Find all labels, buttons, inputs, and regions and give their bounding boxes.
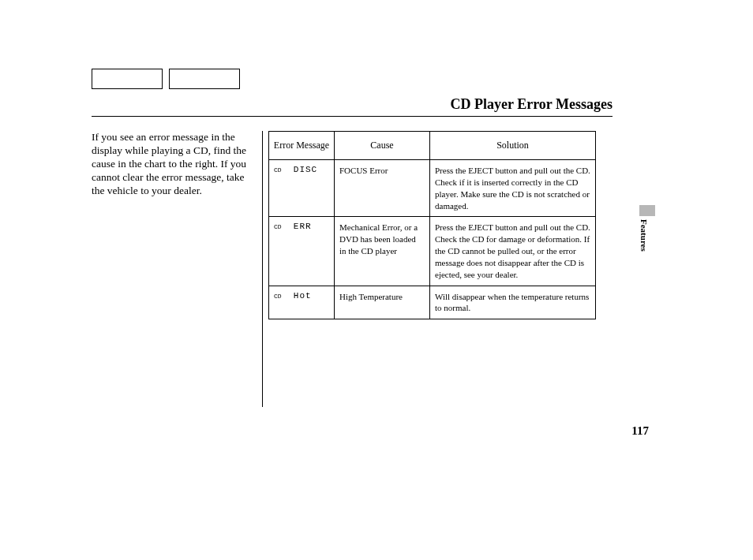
page-title: CD Player Error Messages <box>451 96 613 112</box>
header-box <box>92 69 163 89</box>
table-row: CD ERR Mechanical Error, or a DVD has be… <box>269 217 596 286</box>
page-number: 117 <box>631 424 649 438</box>
msg-code: DISC <box>294 165 317 174</box>
table-row: CD DISC FOCUS Error Press the EJECT butt… <box>269 160 596 217</box>
solution-cell: Press the EJECT button and pull out the … <box>430 217 596 286</box>
column-divider <box>262 131 263 407</box>
msg-prefix: CD <box>274 293 282 300</box>
title-row: CD Player Error Messages <box>92 96 613 117</box>
cause-cell: Mechanical Error, or a DVD has been load… <box>335 217 430 286</box>
cause-cell: FOCUS Error <box>335 160 430 217</box>
col-header-solution: Solution <box>430 132 596 160</box>
header-placeholder-boxes <box>92 69 240 89</box>
cause-cell: High Temperature <box>335 286 430 319</box>
solution-cell: Press the EJECT button and pull out the … <box>430 160 596 217</box>
intro-text: If you see an error message in the displ… <box>92 131 254 197</box>
header-box <box>169 69 240 89</box>
thumb-tab <box>639 205 655 216</box>
msg-code: ERR <box>294 222 312 231</box>
error-message-cell: CD DISC <box>269 160 335 217</box>
error-message-cell: CD ERR <box>269 217 335 286</box>
solution-cell: Will disappear when the temperature retu… <box>430 286 596 319</box>
msg-code: Hot <box>294 291 312 301</box>
col-header-cause: Cause <box>335 132 430 160</box>
error-messages-table: Error Message Cause Solution CD DISC FOC… <box>268 131 596 319</box>
section-label: Features <box>639 219 649 252</box>
col-header-message: Error Message <box>269 132 335 160</box>
error-message-cell: CD Hot <box>269 286 335 319</box>
msg-prefix: CD <box>274 223 282 230</box>
msg-prefix: CD <box>274 166 282 174</box>
table-row: CD Hot High Temperature Will disappear w… <box>269 286 596 319</box>
table-header-row: Error Message Cause Solution <box>269 132 596 160</box>
